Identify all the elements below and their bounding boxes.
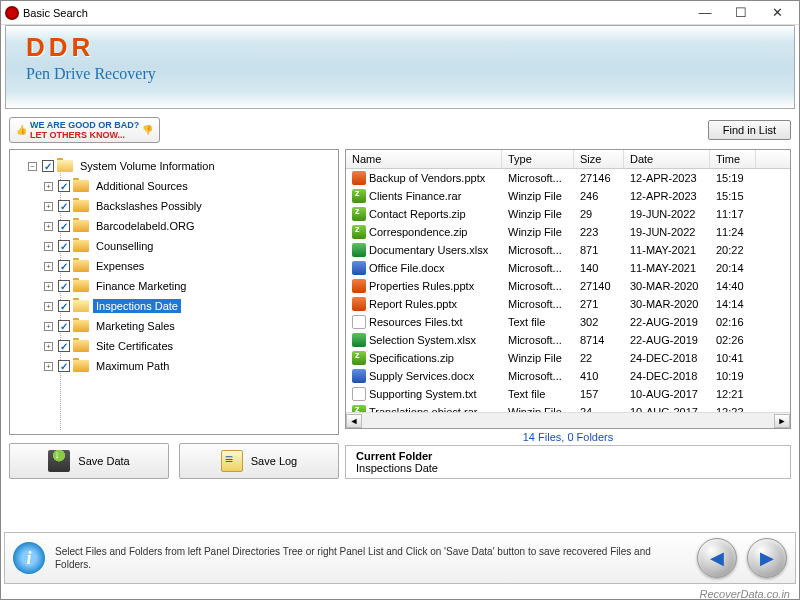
expand-icon[interactable]: + — [44, 362, 53, 371]
file-date: 19-JUN-2022 — [624, 226, 710, 238]
tree-node-label[interactable]: Barcodelabeld.ORG — [93, 219, 197, 233]
file-time: 10:41 — [710, 352, 756, 364]
tree-node-label[interactable]: System Volume Information — [77, 159, 218, 173]
tree-node-label[interactable]: Finance Marketing — [93, 279, 190, 293]
thumbs-up-icon: 👍 — [16, 125, 27, 135]
tree-root-node[interactable]: − System Volume Information — [14, 156, 334, 176]
file-row[interactable]: Correspondence.zip Winzip File 223 19-JU… — [346, 223, 790, 241]
scroll-right-icon[interactable]: ► — [774, 414, 790, 428]
folder-icon — [73, 180, 89, 192]
tree-node[interactable]: + Maximum Path — [14, 356, 334, 376]
tree-node-label[interactable]: Counselling — [93, 239, 156, 253]
checkbox[interactable] — [58, 200, 70, 212]
tree-node[interactable]: + Finance Marketing — [14, 276, 334, 296]
find-in-list-button[interactable]: Find in List — [708, 120, 791, 140]
status-summary: 14 Files, 0 Folders — [345, 429, 791, 445]
file-size: 410 — [574, 370, 624, 382]
tree-node[interactable]: + Counselling — [14, 236, 334, 256]
scroll-left-icon[interactable]: ◄ — [346, 414, 362, 428]
expand-icon[interactable]: + — [44, 182, 53, 191]
checkbox[interactable] — [58, 220, 70, 232]
tree-node[interactable]: + Site Certificates — [14, 336, 334, 356]
checkbox[interactable] — [58, 300, 70, 312]
tree-node-label[interactable]: Maximum Path — [93, 359, 172, 373]
file-name: Supply Services.docx — [369, 370, 474, 382]
checkbox[interactable] — [58, 180, 70, 192]
file-name: Specifications.zip — [369, 352, 454, 364]
file-row[interactable]: Specifications.zip Winzip File 22 24-DEC… — [346, 349, 790, 367]
file-size: 871 — [574, 244, 624, 256]
checkbox[interactable] — [58, 240, 70, 252]
tree-node-label[interactable]: Marketing Sales — [93, 319, 178, 333]
expand-icon[interactable]: + — [44, 302, 53, 311]
checkbox[interactable] — [58, 320, 70, 332]
expand-icon[interactable]: + — [44, 262, 53, 271]
tree-node[interactable]: + Marketing Sales — [14, 316, 334, 336]
file-row[interactable]: Contact Reports.zip Winzip File 29 19-JU… — [346, 205, 790, 223]
expand-icon[interactable]: + — [44, 322, 53, 331]
file-docx-icon — [352, 261, 366, 275]
back-button[interactable]: ◀ — [697, 538, 737, 578]
tree-node[interactable]: + Expenses — [14, 256, 334, 276]
file-list[interactable]: Name Type Size Date Time Backup of Vendo… — [345, 149, 791, 429]
expand-icon[interactable]: + — [44, 242, 53, 251]
file-date: 11-MAY-2021 — [624, 244, 710, 256]
tree-node-label[interactable]: Site Certificates — [93, 339, 176, 353]
column-name[interactable]: Name — [346, 150, 502, 168]
expand-icon[interactable]: + — [44, 222, 53, 231]
folder-icon — [73, 200, 89, 212]
collapse-icon[interactable]: − — [28, 162, 37, 171]
file-row[interactable]: Office File.docx Microsoft... 140 11-MAY… — [346, 259, 790, 277]
column-type[interactable]: Type — [502, 150, 574, 168]
file-row[interactable]: Resources Files.txt Text file 302 22-AUG… — [346, 313, 790, 331]
file-time: 11:17 — [710, 208, 756, 220]
save-data-button[interactable]: Save Data — [9, 443, 169, 479]
review-button[interactable]: 👍 WE ARE GOOD OR BAD? LET OTHERS KNOW...… — [9, 117, 160, 143]
maximize-button[interactable]: ☐ — [723, 3, 759, 23]
checkbox[interactable] — [42, 160, 54, 172]
file-row[interactable]: Supply Services.docx Microsoft... 410 24… — [346, 367, 790, 385]
minimize-button[interactable]: — — [687, 3, 723, 23]
tree-node[interactable]: + Backslashes Possibly — [14, 196, 334, 216]
file-row[interactable]: Documentary Users.xlsx Microsoft... 871 … — [346, 241, 790, 259]
checkbox[interactable] — [58, 260, 70, 272]
tree-node-label[interactable]: Inspections Date — [93, 299, 181, 313]
expand-icon[interactable]: + — [44, 342, 53, 351]
file-date: 19-JUN-2022 — [624, 208, 710, 220]
close-button[interactable]: ✕ — [759, 3, 795, 23]
checkbox[interactable] — [58, 340, 70, 352]
file-row[interactable]: Report Rules.pptx Microsoft... 271 30-MA… — [346, 295, 790, 313]
tree-node-label[interactable]: Expenses — [93, 259, 147, 273]
file-row[interactable]: Supporting System.txt Text file 157 10-A… — [346, 385, 790, 403]
column-time[interactable]: Time — [710, 150, 756, 168]
file-time: 20:22 — [710, 244, 756, 256]
column-date[interactable]: Date — [624, 150, 710, 168]
horizontal-scrollbar[interactable]: ◄ ► — [346, 412, 790, 428]
file-type: Microsoft... — [502, 262, 574, 274]
file-txt-icon — [352, 315, 366, 329]
file-size: 271 — [574, 298, 624, 310]
tree-node[interactable]: + Inspections Date — [14, 296, 334, 316]
current-folder-label: Current Folder — [356, 450, 780, 462]
file-time: 02:16 — [710, 316, 756, 328]
tree-node[interactable]: + Barcodelabeld.ORG — [14, 216, 334, 236]
file-row[interactable]: Properties Rules.pptx Microsoft... 27140… — [346, 277, 790, 295]
expand-icon[interactable]: + — [44, 282, 53, 291]
checkbox[interactable] — [58, 360, 70, 372]
file-row[interactable]: Selection System.xlsx Microsoft... 8714 … — [346, 331, 790, 349]
checkbox[interactable] — [58, 280, 70, 292]
file-row[interactable]: Translations object.rar Winzip File 24 1… — [346, 403, 790, 412]
tree-node-label[interactable]: Backslashes Possibly — [93, 199, 205, 213]
save-log-button[interactable]: Save Log — [179, 443, 339, 479]
next-button[interactable]: ▶ — [747, 538, 787, 578]
watermark: RecoverData.co.in — [700, 588, 791, 600]
tree-node[interactable]: + Additional Sources — [14, 176, 334, 196]
tree-node-label[interactable]: Additional Sources — [93, 179, 191, 193]
file-row[interactable]: Clients Finance.rar Winzip File 246 12-A… — [346, 187, 790, 205]
column-size[interactable]: Size — [574, 150, 624, 168]
file-type: Winzip File — [502, 352, 574, 364]
file-row[interactable]: Backup of Vendors.pptx Microsoft... 2714… — [346, 169, 790, 187]
file-date: 10-AUG-2017 — [624, 388, 710, 400]
expand-icon[interactable]: + — [44, 202, 53, 211]
folder-tree[interactable]: − System Volume Information + Additional… — [9, 149, 339, 435]
